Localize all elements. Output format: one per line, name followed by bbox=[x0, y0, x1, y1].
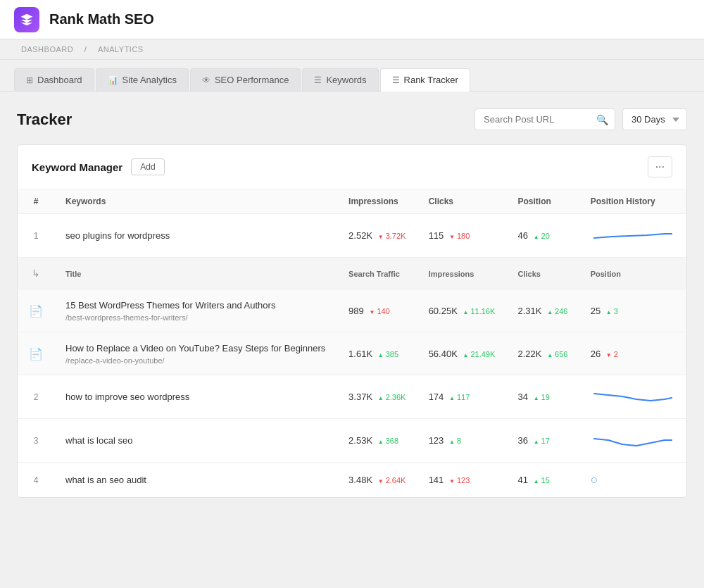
article-traffic: 1.61K ▲ 385 bbox=[337, 332, 417, 375]
keywords-icon: ☰ bbox=[314, 75, 322, 85]
card-header: Keyword Manager Add ··· bbox=[18, 145, 686, 189]
tab-keywords[interactable]: ☰ Keywords bbox=[302, 68, 378, 91]
dashboard-icon: ⊞ bbox=[26, 75, 33, 85]
article-traffic: 989 ▼ 140 bbox=[337, 289, 417, 332]
sub-header-row: ↳ Title Search Traffic Impressions Click… bbox=[18, 258, 686, 289]
app-header: Rank Math SEO bbox=[0, 0, 704, 39]
row-clicks: 123 ▲ 8 bbox=[417, 419, 507, 463]
article-icon-cell: 📄 bbox=[18, 332, 54, 375]
breadcrumb-dashboard[interactable]: DASHBOARD bbox=[21, 45, 73, 54]
card-title-wrap: Keyword Manager Add bbox=[32, 158, 165, 175]
tabs-bar: ⊞ Dashboard 📊 Site Analytics 👁 SEO Perfo… bbox=[0, 60, 704, 92]
sub-col-search-traffic: Search Traffic bbox=[337, 258, 417, 289]
col-clicks: Clicks bbox=[417, 189, 507, 214]
page-icon: 📄 bbox=[29, 305, 43, 317]
row-keyword: how to improve seo wordpress bbox=[54, 375, 337, 419]
tracker-header: Tracker 🔍 30 Days 7 Days 90 Days bbox=[17, 108, 687, 130]
more-options-button[interactable]: ··· bbox=[648, 156, 672, 177]
row-keyword: what is an seo audit bbox=[54, 463, 337, 498]
table-row: 4 what is an seo audit 3.48K ▼ 2.64K 141… bbox=[18, 463, 686, 498]
col-keywords: Keywords bbox=[54, 189, 337, 214]
card-title: Keyword Manager bbox=[32, 161, 122, 173]
tab-seo-performance[interactable]: 👁 SEO Performance bbox=[190, 68, 301, 91]
row-rank: 1 bbox=[18, 214, 54, 258]
row-impressions: 3.37K ▲ 2.36K bbox=[337, 375, 417, 419]
row-clicks: 174 ▲ 117 bbox=[417, 375, 507, 419]
app-title: Rank Math SEO bbox=[49, 11, 154, 27]
row-position: 46 ▲ 20 bbox=[507, 214, 579, 258]
search-icon: 🔍 bbox=[596, 114, 608, 125]
row-clicks: 115 ▼ 180 bbox=[417, 214, 507, 258]
app-logo bbox=[14, 7, 39, 32]
article-icon-cell: 📄 bbox=[18, 289, 54, 332]
row-sparkline bbox=[579, 214, 686, 258]
keyword-manager-card: Keyword Manager Add ··· # Keywords Impre… bbox=[17, 144, 687, 498]
row-keyword: what is local seo bbox=[54, 419, 337, 463]
row-impressions: 2.52K ▼ 3.72K bbox=[337, 214, 417, 258]
sub-article-row: 📄 15 Best WordPress Themes for Writers a… bbox=[18, 289, 686, 332]
sub-col-clicks: Clicks bbox=[507, 258, 579, 289]
row-position: 41 ▲ 15 bbox=[507, 463, 579, 498]
table-row: 1 seo plugins for wordpress 2.52K ▼ 3.72… bbox=[18, 214, 686, 258]
page-icon: 📄 bbox=[29, 348, 43, 360]
site-analytics-icon: 📊 bbox=[108, 75, 118, 85]
article-position: 26 ▼ 2 bbox=[579, 332, 686, 375]
row-keyword: seo plugins for wordpress bbox=[54, 214, 337, 258]
row-impressions: 2.53K ▲ 368 bbox=[337, 419, 417, 463]
row-sparkline bbox=[579, 419, 686, 463]
keywords-table: # Keywords Impressions Clicks Position P… bbox=[18, 189, 686, 497]
sub-col-impressions: Impressions bbox=[417, 258, 507, 289]
row-rank: 4 bbox=[18, 463, 54, 498]
sub-col-position: Position bbox=[579, 258, 686, 289]
row-rank: 3 bbox=[18, 419, 54, 463]
article-title-cell: How to Replace a Video on YouTube? Easy … bbox=[54, 332, 337, 375]
row-sparkline bbox=[579, 375, 686, 419]
table-row: 2 how to improve seo wordpress 3.37K ▲ 2… bbox=[18, 375, 686, 419]
table-header-row: # Keywords Impressions Clicks Position P… bbox=[18, 189, 686, 214]
breadcrumb-separator: / bbox=[84, 45, 89, 54]
table-row: 3 what is local seo 2.53K ▲ 368 123 ▲ 8 … bbox=[18, 419, 686, 463]
sub-article-row: 📄 How to Replace a Video on YouTube? Eas… bbox=[18, 332, 686, 375]
row-position: 34 ▲ 19 bbox=[507, 375, 579, 419]
col-impressions: Impressions bbox=[337, 189, 417, 214]
main-content: Tracker 🔍 30 Days 7 Days 90 Days Keyword… bbox=[0, 92, 704, 578]
search-post-wrapper: 🔍 bbox=[474, 108, 615, 130]
tracker-controls: 🔍 30 Days 7 Days 90 Days bbox=[474, 108, 687, 130]
article-impressions: 60.25K ▲ 11.16K bbox=[417, 289, 507, 332]
days-select[interactable]: 30 Days 7 Days 90 Days bbox=[622, 108, 687, 130]
article-impressions: 56.40K ▲ 21.49K bbox=[417, 332, 507, 375]
sub-col-title: Title bbox=[54, 258, 337, 289]
add-keyword-button[interactable]: Add bbox=[131, 158, 164, 175]
row-clicks: 141 ▼ 123 bbox=[417, 463, 507, 498]
article-title-cell: 15 Best WordPress Themes for Writers and… bbox=[54, 289, 337, 332]
dot-icon: ○ bbox=[591, 473, 598, 487]
tracker-title: Tracker bbox=[17, 111, 72, 129]
tab-dashboard[interactable]: ⊞ Dashboard bbox=[14, 68, 94, 91]
rank-tracker-icon: ☰ bbox=[392, 75, 400, 85]
row-rank: 2 bbox=[18, 375, 54, 419]
logo-icon bbox=[20, 13, 34, 27]
row-position: 36 ▲ 17 bbox=[507, 419, 579, 463]
row-sparkline: ○ bbox=[579, 463, 686, 498]
article-clicks: 2.31K ▲ 246 bbox=[507, 289, 579, 332]
seo-performance-icon: 👁 bbox=[202, 75, 210, 85]
tab-site-analytics[interactable]: 📊 Site Analytics bbox=[96, 68, 189, 91]
sub-return-icon: ↳ bbox=[18, 258, 54, 289]
col-position-history: Position History bbox=[579, 189, 686, 214]
article-clicks: 2.22K ▲ 656 bbox=[507, 332, 579, 375]
breadcrumb-analytics[interactable]: ANALYTICS bbox=[98, 45, 144, 54]
col-position: Position bbox=[507, 189, 579, 214]
breadcrumb: DASHBOARD / ANALYTICS bbox=[0, 39, 704, 60]
tab-rank-tracker[interactable]: ☰ Rank Tracker bbox=[380, 68, 470, 92]
row-impressions: 3.48K ▼ 2.64K bbox=[337, 463, 417, 498]
search-post-input[interactable] bbox=[474, 108, 615, 130]
col-hash: # bbox=[18, 189, 54, 214]
article-position: 25 ▲ 3 bbox=[579, 289, 686, 332]
